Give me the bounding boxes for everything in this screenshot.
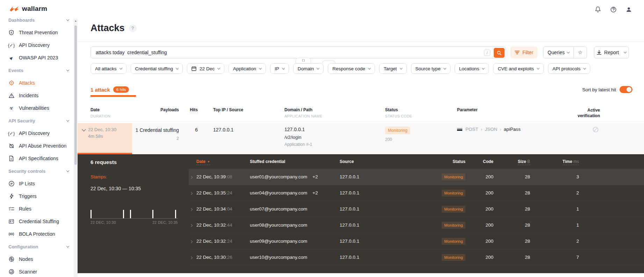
sidebar-item-incidents[interactable]: Incidents (0, 89, 74, 102)
scrollbar-up-arrow[interactable]: ▲ (74, 20, 77, 22)
chevron-down-icon (66, 119, 69, 121)
sidebar-item-attacks[interactable]: Attacks (0, 77, 74, 89)
sort-toggle[interactable] (620, 86, 632, 93)
document-icon (8, 156, 14, 161)
filter-button[interactable]: Filter (511, 47, 537, 58)
http-request-icon (457, 128, 462, 131)
col-size[interactable]: Size B (518, 159, 530, 165)
request-row[interactable]: 22 Dec, 10:34:04 user07@yourcompany.com … (189, 201, 644, 217)
wallarm-logo[interactable]: wallarm (9, 5, 47, 13)
col-code: Code (465, 159, 493, 164)
queries-button[interactable]: Queries (543, 47, 573, 58)
expand-chevron-icon[interactable] (190, 192, 193, 195)
expand-chevron-icon[interactable] (190, 256, 193, 259)
sidebar-section-security-controls[interactable]: Security controls (0, 165, 74, 177)
expand-chevron-icon[interactable] (190, 208, 193, 211)
sidebar-item-bola-protection[interactable]: {ID} BOLA Protection (0, 228, 74, 240)
col-request-status: Status (392, 159, 465, 164)
request-row[interactable]: 22 Dec, 10:39:08 user01@yourcompany.com+… (189, 169, 644, 185)
active-tab-indicator (91, 95, 136, 97)
col-time[interactable]: Time ms (563, 159, 579, 165)
sidebar-item-api-discovery[interactable]: {✓} API Discovery (0, 39, 74, 51)
report-button[interactable]: Report (594, 47, 629, 58)
histogram-start-label: 22 DEC, 10:30 (91, 220, 116, 225)
help-icon[interactable] (608, 5, 618, 14)
favorite-star-icon[interactable]: ☆ (573, 47, 587, 58)
sidebar-item-api-specifications[interactable]: API Specifications (0, 152, 74, 165)
sidebar-item-threat-prevention[interactable]: Threat Prevention (0, 26, 74, 39)
sidebar-item-vulnerabilities[interactable]: ☣ Vulnerabilities (0, 102, 74, 114)
col-source: Source (326, 159, 392, 164)
sidebar-item-api-abuse-prevention[interactable]: API Abuse Prevention (0, 140, 74, 152)
attacks-count-tab[interactable]: 1 attack 6 hits (91, 86, 129, 93)
sidebar-item-ip-lists[interactable]: IP IP Lists (0, 177, 74, 190)
monitoring-status-badge: Monitoring (442, 173, 465, 180)
popup-fragment (322, 61, 335, 63)
filter-chip-all-attacks[interactable]: All attacks (91, 63, 126, 74)
collapse-chevron-icon[interactable] (82, 127, 86, 131)
chevron-down-icon (217, 66, 220, 69)
filter-chip-response-code[interactable]: Response code (328, 63, 375, 74)
no-active-verification-icon (593, 127, 599, 133)
filter-chip-cve-and-exploits[interactable]: CVE and exploits (493, 63, 544, 74)
request-row[interactable]: 22 Dec, 10:32:24 user09@yourcompany.com … (189, 233, 644, 249)
attack-payloads: 1 Credential stuffing (132, 127, 179, 134)
slash-shortcut-hint: / (484, 50, 490, 56)
col-top-ip-source: Top IP / Source (213, 107, 267, 112)
sidebar-item-owasp-api-2023[interactable]: ▶ OWASP API 2023 (0, 51, 74, 64)
attack-row[interactable]: 22 Dec, 10:30 4m 58s 1 Credential stuffi… (78, 123, 644, 154)
paper-plane-icon: ▶ (8, 54, 15, 61)
request-source: 127.0.0.1 (326, 222, 392, 228)
filter-chip-api-protocols[interactable]: API protocols (548, 63, 590, 74)
sidebar-scrollbar: ▲ (74, 19, 78, 277)
filter-icon (515, 50, 520, 55)
request-row[interactable]: 22 Dec, 10:32:44 user08@yourcompany.com … (189, 217, 644, 233)
sidebar-section-api-security[interactable]: API Security (0, 114, 74, 127)
expand-chevron-icon[interactable] (190, 240, 193, 243)
response-size: 28 (493, 174, 530, 179)
user-account-icon[interactable] (624, 5, 634, 14)
filter-chip-ip[interactable]: IP (270, 63, 289, 74)
response-code: 200 (465, 239, 493, 244)
search-button[interactable] (494, 48, 505, 58)
sidebar-item-scanner[interactable]: Scanner (0, 265, 74, 277)
col-hits[interactable]: Hits (190, 107, 198, 113)
monitoring-status-badge: Monitoring (442, 254, 465, 261)
scrollbar-thumb[interactable] (74, 26, 77, 165)
expand-chevron-icon[interactable] (190, 176, 193, 179)
wallarm-logo-icon (9, 6, 19, 12)
response-time: 1 (530, 206, 579, 212)
stuffed-credential: user04@yourcompany.com (250, 190, 307, 196)
expand-chevron-icon[interactable] (190, 224, 193, 227)
page-help-icon[interactable]: ? (129, 24, 137, 32)
filter-chip-application[interactable]: Application (229, 63, 266, 74)
stamps-label[interactable]: Stamps: (91, 174, 189, 179)
request-row[interactable]: 22 Dec, 10:30:26 user10@yourcompany.com … (189, 249, 644, 265)
filter-chip-locations[interactable]: Locations (455, 63, 489, 74)
filter-chip-attack-type[interactable]: Credential stuffing (131, 63, 183, 74)
warning-triangle-icon (8, 93, 14, 98)
sidebar-section-dashboards[interactable]: Dashboards (0, 19, 74, 26)
popup-fragment (296, 58, 311, 63)
sidebar-item-nodes[interactable]: Nodes (0, 253, 74, 265)
search-input[interactable] (91, 47, 506, 58)
response-size: 28 (493, 222, 530, 228)
filter-chip-date[interactable]: 22 Dec (187, 63, 224, 74)
header-divider (78, 42, 644, 42)
filter-chip-domain[interactable]: Domain (293, 63, 324, 74)
request-row[interactable]: 22 Dec, 10:35:24 user04@yourcompany.com+… (189, 185, 644, 201)
attack-date-cell[interactable]: 22 Dec, 10:30 4m 58s (78, 123, 132, 154)
sidebar-item-credential-stuffing[interactable]: Credential Stuffing (0, 215, 74, 228)
sidebar-item-triggers[interactable]: Triggers (0, 190, 74, 203)
sidebar-section-configuration[interactable]: Configuration (0, 240, 74, 253)
filter-chip-target[interactable]: Target (379, 63, 407, 74)
notifications-bell-icon[interactable] (593, 5, 603, 14)
sidebar-item-api-discovery-2[interactable]: {✓} API Discovery (0, 127, 74, 140)
sidebar-section-events[interactable]: Events (0, 64, 74, 77)
lightning-icon (8, 193, 14, 199)
page-title: Attacks (91, 23, 125, 34)
filter-chip-source-type[interactable]: Source type (411, 63, 450, 74)
col-request-date[interactable]: Date▼ (196, 159, 210, 165)
main-content: Attacks ? / Filter Queries ☆ Report (78, 19, 644, 277)
sidebar-item-rules[interactable]: Rules (0, 203, 74, 215)
